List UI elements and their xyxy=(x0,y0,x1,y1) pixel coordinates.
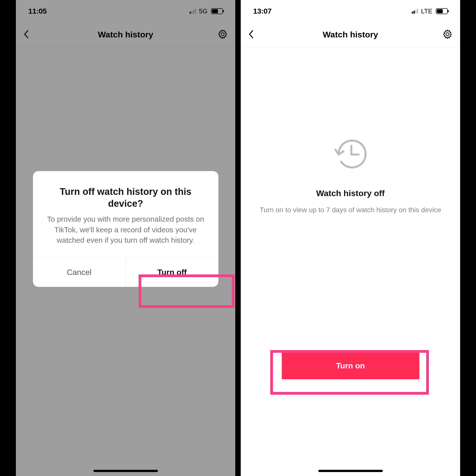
empty-state: Watch history off Turn on to view up to … xyxy=(241,134,460,215)
cancel-button[interactable]: Cancel xyxy=(33,258,126,287)
phone-screenshot-right: 13:07 LTE Watch history xyxy=(241,0,460,476)
status-right: LTE xyxy=(412,7,448,15)
turn-on-button[interactable]: Turn on xyxy=(282,352,419,379)
empty-state-title: Watch history off xyxy=(316,188,385,198)
status-time: 13:07 xyxy=(253,7,271,15)
back-button[interactable] xyxy=(248,30,254,40)
settings-button[interactable] xyxy=(442,29,453,40)
battery-icon xyxy=(436,8,448,14)
modal-button-row: Cancel Turn off xyxy=(33,258,218,287)
home-indicator xyxy=(318,470,383,472)
confirm-modal: Turn off watch history on this device? T… xyxy=(33,171,218,287)
phone-screenshot-left: 11:05 5G Watch history xyxy=(16,0,235,476)
status-bar: 13:07 LTE xyxy=(241,0,460,22)
empty-state-subtitle: Turn on to view up to 7 days of watch hi… xyxy=(260,205,441,215)
network-label: LTE xyxy=(421,7,432,15)
modal-body: To provide you with more personalized po… xyxy=(33,214,218,258)
history-clock-icon xyxy=(331,134,370,174)
page-title: Watch history xyxy=(241,30,460,39)
modal-title: Turn off watch history on this device? xyxy=(33,171,218,214)
signal-icon xyxy=(412,9,418,14)
chevron-left-icon xyxy=(248,30,254,39)
gear-icon xyxy=(442,29,453,39)
nav-header: Watch history xyxy=(241,22,460,47)
svg-point-1 xyxy=(446,32,449,35)
turn-off-button[interactable]: Turn off xyxy=(126,258,218,287)
home-indicator xyxy=(93,470,158,472)
